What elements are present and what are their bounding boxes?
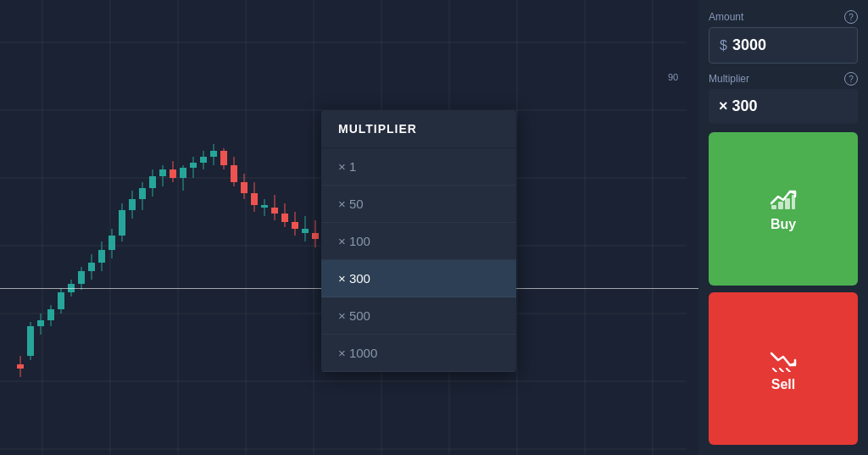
sell-label: Sell — [771, 377, 795, 392]
amount-label-row: Amount ? — [709, 10, 858, 24]
trade-buttons: Buy Sell — [709, 132, 858, 445]
sell-icon — [770, 345, 797, 372]
currency-symbol: $ — [720, 38, 727, 53]
amount-field[interactable]: $ — [709, 27, 858, 64]
multiplier-option-1000[interactable]: × 1000 — [321, 335, 516, 372]
multiplier-label-row: Multiplier ? — [709, 72, 858, 86]
multiplier-section: Multiplier ? × 300 — [709, 72, 858, 124]
multiplier-label: Multiplier — [709, 73, 749, 85]
multiplier-display[interactable]: × 300 — [709, 89, 858, 124]
svg-line-6 — [787, 369, 790, 372]
multiplier-option-100[interactable]: × 100 — [321, 223, 516, 260]
svg-line-5 — [780, 369, 783, 372]
buy-icon — [770, 185, 797, 212]
multiplier-option-500[interactable]: × 500 — [321, 297, 516, 335]
multiplier-panel-header: MULTIPLIER — [321, 110, 516, 148]
amount-input[interactable] — [732, 36, 847, 54]
svg-line-4 — [773, 369, 776, 372]
amount-help-icon[interactable]: ? — [844, 10, 858, 24]
buy-button[interactable]: Buy — [709, 132, 858, 286]
right-panel: Amount ? $ Multiplier ? × 300 Buy — [698, 0, 868, 455]
chart-area: MULTIPLIER × 1 × 50 × 100 × 300 × 500 × … — [0, 0, 698, 455]
multiplier-option-1[interactable]: × 1 — [321, 148, 516, 186]
svg-rect-3 — [792, 195, 795, 209]
svg-rect-0 — [771, 205, 776, 209]
amount-section: Amount ? $ — [709, 10, 858, 64]
buy-label: Buy — [771, 217, 796, 232]
multiplier-help-icon[interactable]: ? — [844, 72, 858, 86]
svg-rect-1 — [778, 202, 783, 209]
multiplier-option-50[interactable]: × 50 — [321, 186, 516, 223]
multiplier-option-300[interactable]: × 300 — [321, 260, 516, 297]
amount-label: Amount — [709, 11, 743, 23]
svg-rect-2 — [785, 198, 790, 209]
sell-button[interactable]: Sell — [709, 292, 858, 446]
multiplier-panel: MULTIPLIER × 1 × 50 × 100 × 300 × 500 × … — [321, 110, 516, 372]
